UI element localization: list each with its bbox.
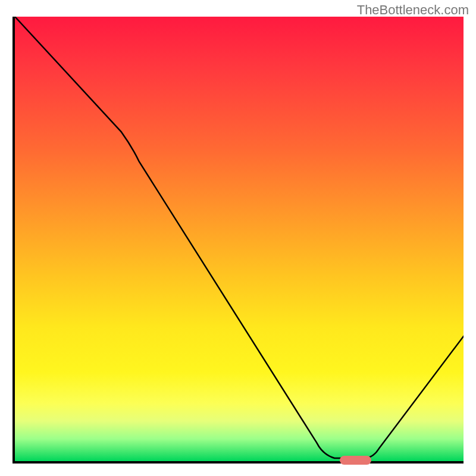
plot-area (12, 17, 464, 464)
chart-container: TheBottleneck.com (0, 0, 476, 476)
curve-svg (15, 17, 464, 461)
curve-line (15, 17, 464, 458)
highlight-marker (340, 456, 371, 465)
watermark-text: TheBottleneck.com (357, 2, 469, 18)
